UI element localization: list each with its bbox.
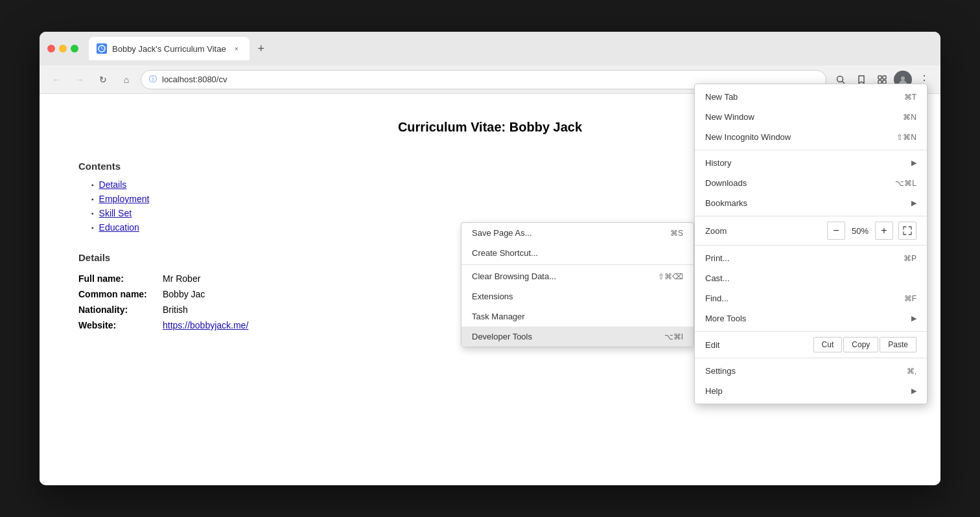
menu-new-tab-label: New Tab: [705, 92, 738, 102]
menu-print-shortcut: ⌘P: [904, 254, 916, 263]
link-employment[interactable]: Employment: [99, 194, 150, 204]
forward-button[interactable]: →: [71, 71, 89, 89]
table-row: Full name: Mr Rober: [78, 271, 256, 286]
tab-title: Bobby Jack's Curriculum Vitae: [112, 44, 226, 54]
zoom-out-button[interactable]: −: [827, 222, 845, 240]
context-task-label: Task Manager: [472, 312, 525, 321]
chrome-sep-1: [695, 150, 927, 150]
menu-downloads-label: Downloads: [705, 178, 747, 188]
context-devtools-shortcut: ⌥⌘I: [664, 332, 683, 341]
edit-label: Edit: [705, 340, 812, 350]
refresh-icon: ↻: [99, 75, 107, 85]
copy-button[interactable]: Copy: [843, 337, 878, 352]
menu-bookmarks-arrow: ▶: [911, 199, 916, 207]
details-table: Full name: Mr Rober Common name: Bobby J…: [78, 271, 256, 333]
forward-icon: →: [75, 75, 84, 85]
menu-more-tools[interactable]: More Tools ▶: [695, 308, 927, 328]
menu-new-tab[interactable]: New Tab ⌘T: [695, 87, 927, 107]
link-education[interactable]: Education: [99, 222, 139, 233]
common-name-label: Common name:: [78, 286, 163, 302]
menu-history-label: History: [705, 158, 731, 168]
context-extensions[interactable]: Extensions: [461, 286, 694, 306]
menu-settings-label: Settings: [705, 366, 736, 376]
website-link[interactable]: https://bobbyjack.me/: [163, 320, 248, 330]
zoom-in-button[interactable]: +: [875, 222, 893, 240]
menu-find[interactable]: Find... ⌘F: [695, 288, 927, 308]
menu-help[interactable]: Help ▶: [695, 381, 927, 401]
menu-print[interactable]: Print... ⌘P: [695, 248, 927, 268]
browser-window: Bobby Jack's Curriculum Vitae × + ← → ↻ …: [40, 32, 940, 485]
chrome-sep-4: [695, 331, 927, 332]
menu-new-incognito-shortcut: ⇧⌘N: [896, 133, 916, 142]
chrome-sep-3: [695, 245, 927, 246]
context-separator-1: [461, 264, 694, 265]
tab-close-button[interactable]: ×: [231, 43, 242, 54]
secure-icon: ⓘ: [149, 74, 157, 85]
menu-new-window-label: New Window: [705, 112, 754, 122]
context-clear-browsing[interactable]: Clear Browsing Data... ⇧⌘⌫: [461, 266, 694, 286]
context-save-page[interactable]: Save Page As... ⌘S: [461, 223, 694, 243]
back-button[interactable]: ←: [47, 71, 65, 89]
menu-downloads[interactable]: Downloads ⌥⌘L: [695, 173, 927, 193]
menu-history-arrow: ▶: [911, 159, 916, 167]
menu-bookmarks[interactable]: Bookmarks ▶: [695, 193, 927, 213]
website-value: https://bobbyjack.me/: [163, 317, 256, 333]
active-tab[interactable]: Bobby Jack's Curriculum Vitae ×: [89, 37, 250, 60]
refresh-button[interactable]: ↻: [94, 71, 112, 89]
svg-rect-5: [878, 80, 881, 84]
full-name-value: Mr Rober: [163, 271, 256, 286]
context-developer-tools[interactable]: Developer Tools ⌥⌘I: [461, 327, 694, 347]
new-tab-button[interactable]: +: [252, 40, 270, 58]
svg-rect-3: [878, 76, 881, 79]
context-task-manager[interactable]: Task Manager: [461, 306, 694, 327]
minimize-button[interactable]: [59, 45, 67, 52]
menu-print-label: Print...: [705, 253, 730, 263]
context-menu: Save Page As... ⌘S Create Shortcut... Cl…: [461, 222, 694, 347]
table-row: Common name: Bobby Jac: [78, 286, 256, 302]
link-details[interactable]: Details: [99, 179, 127, 190]
menu-cast[interactable]: Cast...: [695, 268, 927, 288]
tab-favicon: [97, 43, 107, 54]
menu-new-tab-shortcut: ⌘T: [904, 93, 916, 102]
zoom-control: Zoom − 50% +: [695, 219, 927, 242]
back-icon: ←: [52, 75, 61, 85]
maximize-button[interactable]: [71, 45, 78, 52]
menu-new-incognito[interactable]: New Incognito Window ⇧⌘N: [695, 127, 927, 147]
menu-settings[interactable]: Settings ⌘,: [695, 361, 927, 381]
context-save-label: Save Page As...: [472, 228, 532, 238]
title-bar: Bobby Jack's Curriculum Vitae × +: [40, 32, 940, 65]
link-skillset[interactable]: Skill Set: [99, 208, 132, 218]
context-save-shortcut: ⌘S: [670, 229, 683, 238]
nationality-value: British: [163, 302, 256, 317]
table-row: Nationality: British: [78, 302, 256, 317]
menu-help-arrow: ▶: [911, 387, 916, 395]
menu-help-label: Help: [705, 386, 723, 396]
menu-find-label: Find...: [705, 293, 729, 303]
tab-area: Bobby Jack's Curriculum Vitae × +: [89, 37, 933, 60]
menu-cast-label: Cast...: [705, 273, 730, 283]
chrome-sep-5: [695, 358, 927, 358]
home-icon: ⌂: [124, 75, 129, 85]
traffic-lights: [47, 45, 78, 52]
context-devtools-label: Developer Tools: [472, 332, 532, 341]
edit-row: Edit Cut Copy Paste: [695, 334, 927, 355]
chrome-dropdown-menu: New Tab ⌘T New Window ⌘N New Incognito W…: [694, 84, 928, 404]
website-label: Website:: [78, 317, 163, 333]
home-button[interactable]: ⌂: [117, 71, 135, 89]
nationality-label: Nationality:: [78, 302, 163, 317]
menu-new-incognito-label: New Incognito Window: [705, 132, 791, 142]
table-row: Website: https://bobbyjack.me/: [78, 317, 256, 333]
fullscreen-button[interactable]: [898, 222, 916, 240]
svg-rect-4: [883, 76, 886, 79]
context-create-shortcut[interactable]: Create Shortcut...: [461, 243, 694, 263]
menu-find-shortcut: ⌘F: [904, 294, 916, 303]
menu-history[interactable]: History ▶: [695, 153, 927, 173]
menu-new-window[interactable]: New Window ⌘N: [695, 107, 927, 127]
paste-button[interactable]: Paste: [880, 337, 916, 352]
menu-more-tools-label: More Tools: [705, 314, 746, 323]
menu-bookmarks-label: Bookmarks: [705, 198, 747, 208]
close-button[interactable]: [47, 45, 55, 52]
cut-button[interactable]: Cut: [813, 337, 843, 352]
svg-point-7: [901, 76, 905, 80]
url-display: localhost:8080/cv: [162, 75, 227, 84]
